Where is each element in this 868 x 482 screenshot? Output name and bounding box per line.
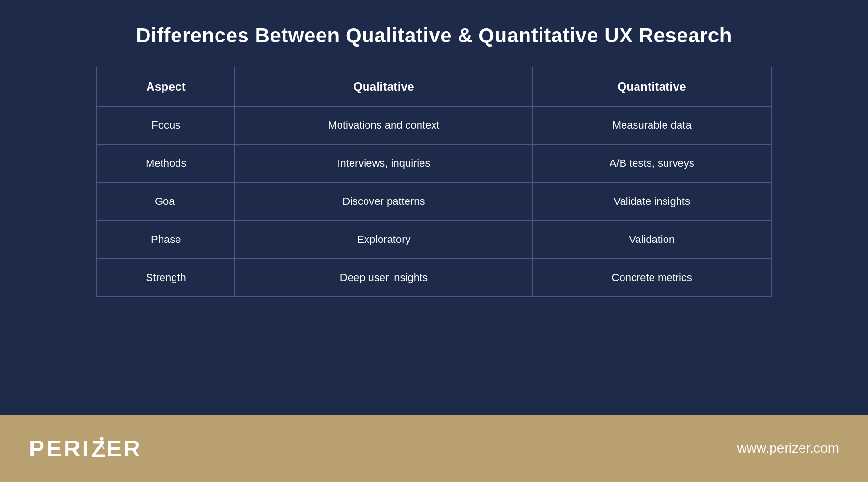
header-col-2: Quantitative bbox=[533, 67, 771, 107]
table-cell-0-0: Focus bbox=[97, 107, 235, 145]
footer-area: PERI Z ER www.perizer.com bbox=[0, 415, 868, 482]
table-cell-3-1: Exploratory bbox=[235, 221, 533, 259]
table-row: PhaseExploratoryValidation bbox=[97, 221, 771, 259]
website-url: www.perizer.com bbox=[737, 441, 839, 456]
table-cell-2-2: Validate insights bbox=[533, 183, 771, 221]
comparison-table: AspectQualitativeQuantitative FocusMotiv… bbox=[96, 67, 772, 297]
table-cell-2-1: Discover patterns bbox=[235, 183, 533, 221]
page-title: Differences Between Qualitative & Quanti… bbox=[136, 24, 732, 47]
header-col-1: Qualitative bbox=[235, 67, 533, 107]
table-row: MethodsInterviews, inquiriesA/B tests, s… bbox=[97, 145, 771, 183]
table-cell-1-0: Methods bbox=[97, 145, 235, 183]
table-cell-4-1: Deep user insights bbox=[235, 259, 533, 297]
table-row: FocusMotivations and contextMeasurable d… bbox=[97, 107, 771, 145]
table-cell-4-2: Concrete metrics bbox=[533, 259, 771, 297]
table-cell-4-0: Strength bbox=[97, 259, 235, 297]
table-cell-3-2: Validation bbox=[533, 221, 771, 259]
table-cell-0-1: Motivations and context bbox=[235, 107, 533, 145]
table-row: GoalDiscover patternsValidate insights bbox=[97, 183, 771, 221]
header-col-0: Aspect bbox=[97, 67, 235, 107]
table-cell-1-2: A/B tests, surveys bbox=[533, 145, 771, 183]
logo-container: PERI Z ER bbox=[29, 435, 142, 462]
logo-icon: Z bbox=[91, 436, 106, 461]
table-header-row: AspectQualitativeQuantitative bbox=[97, 67, 771, 107]
table-row: StrengthDeep user insightsConcrete metri… bbox=[97, 259, 771, 297]
svg-point-1 bbox=[100, 437, 104, 441]
table-cell-1-1: Interviews, inquiries bbox=[235, 145, 533, 183]
logo-part-2: ER bbox=[106, 435, 142, 462]
logo-text: PERI Z ER bbox=[29, 435, 142, 462]
main-container: Differences Between Qualitative & Quanti… bbox=[0, 0, 868, 482]
table-cell-0-2: Measurable data bbox=[533, 107, 771, 145]
logo-part-1: PERI bbox=[29, 435, 91, 462]
table-cell-3-0: Phase bbox=[97, 221, 235, 259]
table-body: FocusMotivations and contextMeasurable d… bbox=[97, 107, 771, 297]
content-area: Differences Between Qualitative & Quanti… bbox=[0, 0, 868, 415]
table-cell-2-0: Goal bbox=[97, 183, 235, 221]
